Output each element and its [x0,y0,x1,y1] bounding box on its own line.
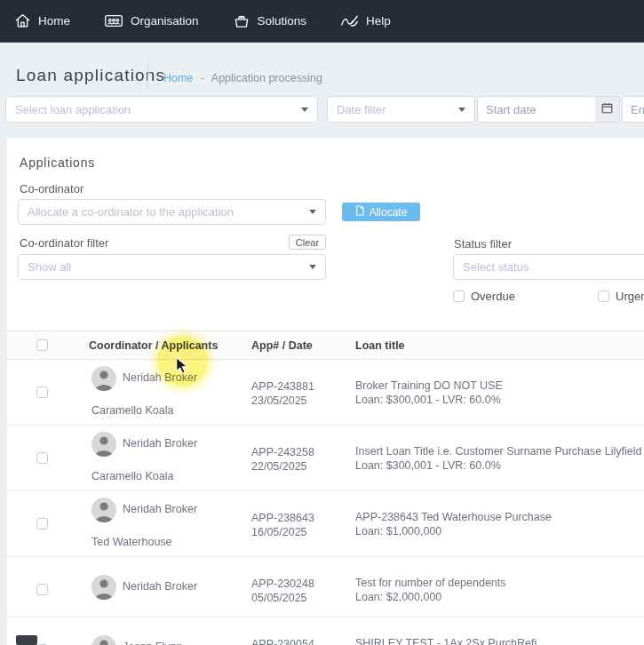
nav-label: Solutions [258,14,307,28]
select-placeholder: Select loan application [15,103,131,116]
table-body: Neridah Broker Caramello Koala APP-24388… [7,360,644,645]
loan-amount: Loan: $1,000,000 [355,524,552,538]
chevron-down-icon [309,265,316,269]
app-number: APP-238643 [251,511,314,525]
avatar [91,635,116,645]
status-filter-label: Status filter [454,237,512,251]
app-date-cell: APP-243881 23/05/2025 [251,379,314,408]
status-filter-select[interactable]: Select status [453,254,644,280]
app-date: 16/05/2025 [251,525,314,539]
app-number: APP-243258 [251,445,314,459]
urgent-label: Urgent [616,290,644,303]
coordinator-name: Neridah Broker [123,371,197,384]
loan-title-cell: SHIRLEY TEST - 1Ax 2Sx PurchRefi [355,636,537,645]
chevron-down-icon [458,108,465,112]
nav-item-home[interactable]: Home [14,12,70,29]
help-icon [340,12,359,29]
avatar [91,432,116,457]
table-row[interactable]: Neridah Broker Ted Waterhouse APP-238643… [7,491,644,557]
nav-label: Help [366,14,391,28]
row-checkbox[interactable] [36,386,48,398]
chevron-down-icon [301,108,308,112]
table-row[interactable]: Neridah Broker APP-230248 05/05/2025 Tes… [7,557,644,617]
date-filter-select[interactable]: Date filter [327,96,475,123]
coordinator-label: Co-ordinator [20,182,83,195]
app-number: APP-243881 [251,379,314,394]
title-divider [147,59,148,89]
column-header-coordinator: Coordinator / Applicants [89,339,218,352]
panel-title: Applications [20,155,95,170]
loan-applications-page: { "navbar": { "items": [ {"label": "Home… [0,0,644,645]
coordinator-filter-select[interactable]: Show all [18,254,326,280]
loan-title: SHIRLEY TEST - 1Ax 2Sx PurchRefi [355,636,537,645]
select-value: Show all [28,260,71,274]
table-row[interactable]: Jason Flynn APP-230054 SHIRLEY TEST - 1A… [7,617,644,645]
row-checkbox[interactable] [36,452,48,464]
app-date-cell: APP-230248 05/05/2025 [251,577,314,605]
select-all-checkbox[interactable] [36,339,48,351]
avatar [91,366,116,391]
home-icon [14,12,31,29]
loan-amount: Loan: $2,000,000 [355,590,506,604]
loan-title: Insert Loan Title i.e. Customer Surname … [355,444,641,458]
allocate-button[interactable]: Allocate [342,203,420,221]
urgent-filter: Urgent [598,290,644,303]
nav-item-help[interactable]: Help [340,12,391,29]
loan-title: APP-238643 Ted Waterhouse Purchase [355,510,552,524]
coordinator-name: Neridah Broker [123,503,197,515]
row-checkbox[interactable] [36,518,48,530]
clear-button[interactable]: Clear [289,235,326,250]
page-title: Loan applications [16,66,165,85]
calendar-icon [601,101,613,117]
loan-application-select[interactable]: Select loan application [5,96,318,123]
nav-label: Organisation [131,14,199,28]
file-icon [355,205,364,219]
breadcrumb-separator: - [201,72,204,84]
applicant-name: Caramello Koala [91,404,173,417]
top-navbar: Home Organisation Solutions Help [0,0,644,43]
end-date-input[interactable] [622,96,644,123]
avatar [91,575,116,600]
urgent-checkbox[interactable] [598,291,609,302]
start-date-calendar-button[interactable] [595,96,620,123]
column-header-app-date: App# / Date [251,339,313,352]
nav-label: Home [38,14,70,28]
organisation-icon [104,12,123,29]
loan-title-cell: Test for number of dependents Loan: $2,0… [355,576,506,604]
coordinator-filter-label: Co-ordinator filter [20,236,108,250]
breadcrumb-home-link[interactable]: Home [163,72,193,84]
app-date: 22/05/2025 [251,459,314,474]
app-number: APP-230248 [251,577,314,591]
coordinator-name: Jason Flynn [123,641,182,645]
overlay-fragment [16,635,37,645]
start-date-input[interactable] [477,96,596,123]
loan-title: Broker Training DO NOT USE [355,378,503,393]
applicant-name: Caramello Koala [91,470,173,482]
allocate-button-label: Allocate [370,206,408,219]
select-placeholder: Select status [463,260,529,274]
coordinator-name: Neridah Broker [123,580,197,593]
app-date-cell: APP-238643 16/05/2025 [251,511,314,539]
table-row[interactable]: Neridah Broker Caramello Koala APP-24325… [7,426,644,491]
avatar [91,498,116,522]
coordinator-allocate-select[interactable]: Allocate a co-ordinator to the applicati… [18,199,326,225]
row-checkbox[interactable] [36,584,48,595]
nav-item-solutions[interactable]: Solutions [233,12,307,29]
app-date-cell: APP-230054 [251,637,314,645]
table-row[interactable]: Neridah Broker Caramello Koala APP-24388… [7,360,644,426]
select-placeholder: Date filter [337,103,386,116]
overdue-label: Overdue [471,290,515,303]
solutions-icon [233,12,250,29]
loan-title-cell: Insert Loan Title i.e. Customer Surname … [355,444,641,473]
app-date: 05/05/2025 [251,591,314,605]
coordinator-name: Neridah Broker [123,437,197,450]
loan-title-cell: APP-238643 Ted Waterhouse Purchase Loan:… [355,510,552,538]
chevron-down-icon [309,210,316,214]
app-date: 23/05/2025 [251,394,314,408]
nav-item-organisation[interactable]: Organisation [104,12,199,29]
applicant-name: Ted Waterhouse [91,536,172,548]
loan-title-cell: Broker Training DO NOT USE Loan: $300,00… [355,378,503,407]
loan-amount: Loan: $300,001 - LVR: 60.0% [355,393,503,407]
overdue-checkbox[interactable] [453,291,465,302]
app-date-cell: APP-243258 22/05/2025 [251,445,314,474]
